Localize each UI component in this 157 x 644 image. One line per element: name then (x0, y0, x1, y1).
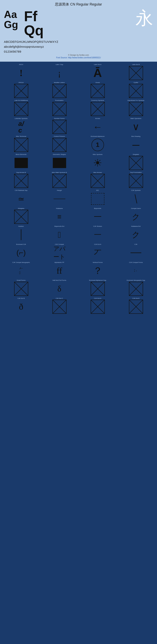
grid-cell-1-0: IPA Ext (2, 81, 40, 98)
cell-label-7-0: CJK Radicals Sup (15, 190, 27, 192)
preview-area: Aa Gg Ff Qq 永 (4, 8, 153, 38)
cell-label-0-2: Latin Ext A (94, 64, 101, 66)
ff-preview-block: Ff Qq (22, 9, 44, 38)
cell-label-13-3: CJK Ext E (132, 298, 139, 300)
cell-label-8-3: Compat Jamo (131, 208, 141, 210)
grid-cell-6-3: Sup Punctuation (117, 171, 155, 188)
cell-label-11-2: Vertical Forms (93, 262, 103, 264)
grid-cell-13-1: CJK Ext C (40, 297, 78, 314)
grid-cell-13-0: CJK Ext B ð (2, 297, 40, 314)
cell-label-2-3: Diacriticals For Symbols (128, 100, 144, 102)
grid-cell-4-0: Misc Technical (2, 135, 40, 152)
ff-large-2: Qq (24, 23, 44, 38)
cell-label-10-3: CJK (134, 244, 138, 246)
grid-cell-10-0: Enclosed CJK (⌐) (2, 243, 40, 260)
cell-label-11-1: Alphabetic PF (54, 262, 64, 264)
grid-row-11: CJK Compat Ideographic 𠂉𠀿 Alphabetic PF … (2, 261, 155, 278)
grid-cell-9-0: Kanbun (2, 225, 40, 242)
grid-section: ASCII ! Latin I Sup ¡ Latin Ext A Ā Lati… (0, 62, 157, 316)
grid-cell-6-0: Sup Arrows B (2, 171, 40, 188)
cell-label-7-3: CJK Symbols (131, 190, 140, 192)
grid-cell-13-3: CJK Ext E (117, 297, 155, 314)
cell-label-2-2: Currency Symbols (91, 100, 104, 102)
digits: 0123456789 (4, 50, 153, 53)
cell-label-1-1: Modifier Letters (54, 82, 65, 84)
cell-label-3-0: Letterlike Symbols (15, 118, 28, 120)
grid-row-9: Kanbun Bopomofo Ext 𠃋 CJK Strokes ㇐ Kata… (2, 225, 155, 242)
grid-cell-5-2: Misc Symbols ☀ (78, 153, 117, 170)
cell-label-6-1: Misc Math Symbols B (52, 172, 67, 174)
alphabet-upper: ABCDEFGHIJKLMNOPQRSTUVWXYZ (4, 40, 153, 44)
cell-label-5-3: Dingbats (133, 154, 139, 156)
grid-cell-2-0: Latin Ext Additional (2, 99, 40, 116)
cell-label-7-2: IDC (96, 190, 99, 192)
grid-cell-4-1: Control Pictures (40, 135, 78, 152)
cell-label-6-3: Sup Punctuation (130, 172, 142, 174)
cell-label-3-3: Math Operators (130, 118, 142, 120)
grid-cell-2-3: Diacriticals For Symbols (117, 99, 155, 116)
grid-row-2: Latin Ext Additional Punctuation Currenc… (2, 99, 155, 116)
grid-row-12: Small Forms Half And Full Forms δ Enclos… (2, 279, 155, 296)
ff-large-1: Ff (24, 9, 44, 23)
cell-label-5-2: Misc Symbols (93, 154, 102, 156)
cell-label-8-0: Hiragana (18, 208, 24, 210)
cell-label-8-1: Katakana (56, 208, 63, 210)
grid-cell-9-2: CJK Strokes ㇐ (78, 225, 117, 242)
grid-cell-2-1: Punctuation (40, 99, 78, 116)
source-line: Font Source: http://www.fontke.com/font/… (4, 56, 153, 59)
cell-label-11-0: CJK Compat Ideographic (12, 262, 30, 264)
header-section: 思源黑体 CN Regular Regular Aa Gg Ff Qq 永 AB… (0, 0, 157, 62)
grid-cell-0-0: ASCII ! (2, 63, 40, 80)
grid-cell-3-1: Number Forms (40, 117, 78, 134)
grid-cell-6-2: Misc Arrows (78, 171, 117, 188)
cell-label-3-2: Arrows (95, 118, 100, 120)
grid-cell-3-0: Letterlike Symbols a/c (2, 117, 40, 134)
cell-label-13-2: CJK Ext D (94, 298, 101, 300)
grid-cell-6-1: Misc Math Symbols B (40, 171, 78, 188)
cell-label-4-0: Misc Technical (16, 136, 26, 138)
grid-row-8: Hiragana Katakana ≡ Bopomofo 一 Compat Ja… (2, 207, 155, 224)
cell-label-5-0: Block Elements (16, 154, 26, 156)
grid-row-4: Misc Technical Control Pictures Enclosed… (2, 135, 155, 152)
grid-cell-10-3: CJK (117, 243, 155, 260)
cell-label-13-1: CJK Ext C (56, 298, 63, 300)
cell-label-12-2: Enclosed Alphanum Sup (89, 280, 106, 281)
cell-label-10-2: CJK Ext A (94, 244, 101, 246)
latin-large-2: Gg (4, 20, 18, 30)
cell-label-7-1: Kangxi (57, 190, 62, 192)
cell-label-13-0: CJK Ext B (18, 298, 24, 300)
grid-cell-7-2: IDC (78, 189, 117, 206)
grid-cell-1-1: Modifier Letters (40, 81, 78, 98)
cell-label-4-3: Box Drawing (132, 136, 140, 138)
cell-label-11-3: CJK Compat Forms (129, 262, 143, 264)
grid-cell-8-1: Katakana ≡ (40, 207, 78, 224)
cell-label-0-0: ASCII (19, 64, 23, 66)
latin-large-1: Aa (4, 9, 18, 20)
cell-label-4-2: Enclosed Alphanum (91, 136, 104, 138)
grid-cell-8-3: Compat Jamo ク (117, 207, 155, 224)
latin-preview: Aa Gg (4, 9, 18, 30)
cell-label-1-0: IPA Ext (19, 82, 24, 84)
cell-label-2-1: Punctuation (55, 100, 64, 102)
grid-row-1: IPA Ext Modifier Letters Greek Cyrillic (2, 81, 155, 98)
cell-label-9-3: Katakana Ext (131, 226, 141, 227)
grid-cell-7-1: Kangxi (40, 189, 78, 206)
grid-row-10: Enclosed CJK (⌐) CJK Compat アパート CJK Ext… (2, 243, 155, 260)
cell-label-5-1: Geometric Shapes (53, 154, 66, 156)
cell-label-6-0: Sup Arrows B (16, 172, 26, 174)
cell-label-12-0: Small Forms (17, 280, 26, 281)
grid-cell-0-1: Latin I Sup ¡ (40, 63, 78, 80)
grid-cell-8-0: Hiragana (2, 207, 40, 224)
grid-cell-12-2: Enclosed Alphanum Sup (78, 279, 117, 296)
grid-row-0: ASCII ! Latin I Sup ¡ Latin Ext A Ā Lati… (2, 63, 155, 80)
cell-label-4-1: Control Pictures (54, 136, 65, 138)
grid-cell-5-3: Dingbats (117, 153, 155, 170)
grid-row-3: Letterlike Symbols a/c Number Forms Arro… (2, 117, 155, 134)
grid-cell-8-2: Bopomofo 一 (78, 207, 117, 224)
grid-cell-9-1: Bopomofo Ext 𠃋 (40, 225, 78, 242)
grid-row-7: CJK Radicals Sup ≃ Kangxi IDC CJK Symbol… (2, 189, 155, 206)
alphabet-lower: abcdefghijklmnopqrstuvwxyz (4, 45, 153, 48)
cell-label-9-1: Bopomofo Ext (54, 226, 64, 227)
cell-label-1-3: Cyrillic (134, 82, 138, 84)
cell-label-6-2: Misc Arrows (94, 172, 102, 174)
